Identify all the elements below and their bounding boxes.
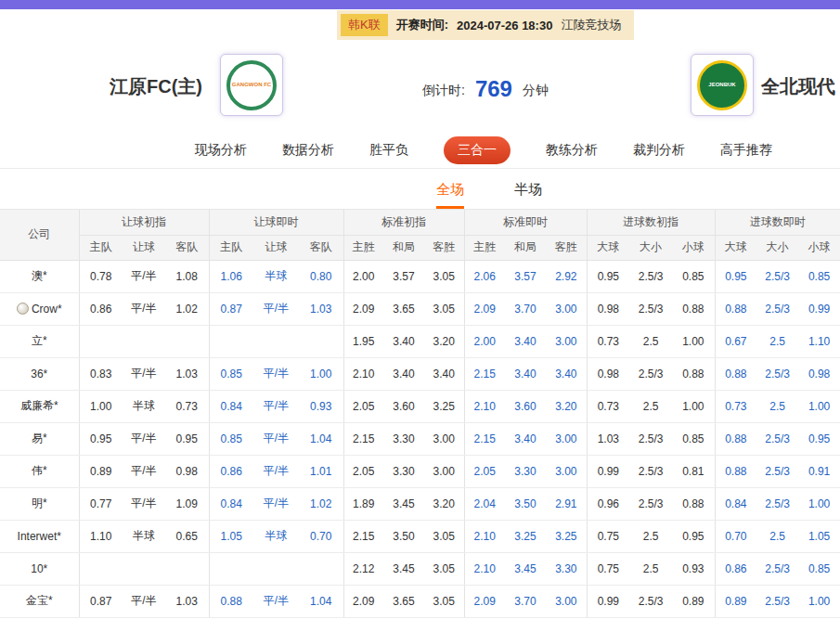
odds-cell: 1.03 xyxy=(299,292,343,325)
company-cell: Interwet* xyxy=(0,520,79,552)
odds-cell: 0.99 xyxy=(587,585,629,617)
odds-cell: 0.84 xyxy=(209,487,253,520)
odds-cell: 平/半 xyxy=(123,487,165,520)
group-header-goals-initial: 进球数初指 xyxy=(587,210,715,235)
odds-cell: 2.5/3 xyxy=(756,552,798,585)
nav-item-three-in-one[interactable]: 三合一 xyxy=(444,136,510,164)
odds-cell: 0.98 xyxy=(587,357,629,390)
odds-cell: 3.70 xyxy=(505,585,546,617)
odds-cell: 2.5/3 xyxy=(756,487,798,520)
odds-cell: 0.95 xyxy=(798,422,840,455)
odds-cell: 3.05 xyxy=(424,260,464,292)
odds-cell: 0.87 xyxy=(209,292,253,325)
odds-cell: 2.5 xyxy=(756,390,798,422)
odds-cell: 平/半 xyxy=(123,357,165,390)
group-header-1x2-live: 标准即时 xyxy=(464,210,587,235)
company-cell: 10* xyxy=(0,552,79,585)
nav-item-expert-recommendation[interactable]: 高手推荐 xyxy=(720,142,772,159)
company-cell: Crow* xyxy=(0,292,79,325)
odds-cell: 0.89 xyxy=(672,585,715,617)
odds-cell: 2.5 xyxy=(756,520,798,552)
odds-cell: 平/半 xyxy=(123,455,165,487)
sub-header-row: 主队 让球 客队 主队 让球 客队 主胜 和局 客胜 主胜 和局 客胜 大球 大… xyxy=(0,235,840,260)
odds-cell: 3.40 xyxy=(383,325,424,357)
odds-cell: 3.30 xyxy=(546,552,587,585)
odds-cell: 2.5/3 xyxy=(756,357,798,390)
odds-cell: 3.05 xyxy=(424,585,464,617)
odds-cell: 3.40 xyxy=(383,357,424,390)
odds-cell: 3.65 xyxy=(383,292,424,325)
odds-cell: 平/半 xyxy=(253,390,299,422)
table-row: 伟*0.89平/半0.980.86平/半1.012.053.303.002.05… xyxy=(0,455,840,487)
col-header: 主胜 xyxy=(464,235,505,260)
odds-cell: 2.5 xyxy=(756,325,798,357)
nav-item-live-analysis[interactable]: 现场分析 xyxy=(195,142,247,159)
odds-cell: 2.05 xyxy=(343,390,383,422)
odds-cell: 3.50 xyxy=(383,520,424,552)
group-header-1x2-initial: 标准初指 xyxy=(343,210,464,235)
odds-cell: 3.00 xyxy=(546,422,587,455)
odds-cell: 0.99 xyxy=(587,455,629,487)
odds-cell: 1.00 xyxy=(672,325,715,357)
odds-cell: 2.5/3 xyxy=(756,455,798,487)
nav-item-win-draw-lose[interactable]: 胜平负 xyxy=(369,142,408,159)
table-row: 金宝*0.87平/半1.030.88平/半1.042.093.653.052.0… xyxy=(0,585,840,617)
odds-cell: 2.92 xyxy=(546,260,587,292)
odds-cell: 1.03 xyxy=(587,422,629,455)
group-header-goals-live: 进球数即时 xyxy=(715,210,840,235)
odds-cell xyxy=(209,325,253,357)
nav-item-coach-analysis[interactable]: 教练分析 xyxy=(546,142,598,159)
league-badge[interactable]: 韩K联 xyxy=(341,14,388,36)
odds-cell: 0.98 xyxy=(587,292,629,325)
main-nav: 现场分析 数据分析 胜平负 三合一 教练分析 裁判分析 高手推荐 xyxy=(0,132,840,169)
venue-name: 江陵竞技场 xyxy=(561,17,621,33)
away-team-logo: JEONBUK xyxy=(691,54,754,116)
odds-cell xyxy=(209,552,253,585)
odds-cell: 2.15 xyxy=(343,520,383,552)
gangwon-logo-icon: GANGWON FC xyxy=(226,60,277,110)
odds-cell xyxy=(165,325,209,357)
odds-cell: 0.95 xyxy=(715,260,756,292)
odds-cell: 1.00 xyxy=(798,390,840,422)
nav-item-data-analysis[interactable]: 数据分析 xyxy=(282,142,334,159)
match-info-bar: 韩K联 开赛时间: 2024-07-26 18:30 江陵竞技场 xyxy=(337,10,634,40)
company-column-header: 公司 xyxy=(0,210,79,260)
odds-cell: 2.5 xyxy=(629,325,672,357)
tab-full-match[interactable]: 全场 xyxy=(436,181,464,209)
odds-cell: 0.89 xyxy=(715,585,756,617)
odds-cell: 3.57 xyxy=(383,260,424,292)
table-row: Interwet*1.10半球0.651.05半球0.702.153.503.0… xyxy=(0,520,840,552)
table-row: Crow*0.86平/半1.020.87平/半1.032.093.653.052… xyxy=(0,292,840,325)
odds-cell: 2.10 xyxy=(464,552,505,585)
table-row: 立*1.953.403.202.003.403.000.732.51.000.6… xyxy=(0,325,840,357)
odds-cell: 3.00 xyxy=(424,422,464,455)
odds-cell xyxy=(299,552,343,585)
top-accent-bar xyxy=(0,0,840,9)
odds-cell: 0.86 xyxy=(209,455,253,487)
odds-cell: 2.09 xyxy=(343,585,383,617)
odds-cell: 2.05 xyxy=(343,455,383,487)
odds-cell: 平/半 xyxy=(123,260,165,292)
odds-cell: 2.04 xyxy=(464,487,505,520)
odds-cell: 2.5/3 xyxy=(629,487,672,520)
odds-cell: 0.85 xyxy=(672,260,715,292)
company-cell: 明* xyxy=(0,487,79,520)
col-header: 大球 xyxy=(587,235,629,260)
odds-cell xyxy=(253,325,299,357)
odds-cell: 0.95 xyxy=(165,422,209,455)
nav-item-referee-analysis[interactable]: 裁判分析 xyxy=(633,142,685,159)
company-cell: 威廉希* xyxy=(0,390,79,422)
odds-cell: 0.86 xyxy=(715,552,756,585)
odds-cell: 1.06 xyxy=(209,260,253,292)
odds-cell: 0.88 xyxy=(715,292,756,325)
odds-cell: 2.00 xyxy=(343,260,383,292)
odds-cell: 1.95 xyxy=(343,325,383,357)
odds-cell: 0.87 xyxy=(79,585,123,617)
col-header: 主队 xyxy=(79,235,123,260)
odds-cell: 0.73 xyxy=(165,390,209,422)
odds-cell: 2.15 xyxy=(343,422,383,455)
odds-cell: 2.91 xyxy=(546,487,587,520)
tab-half-match[interactable]: 半场 xyxy=(514,181,542,209)
odds-cell: 0.88 xyxy=(715,357,756,390)
col-header: 客胜 xyxy=(546,235,587,260)
